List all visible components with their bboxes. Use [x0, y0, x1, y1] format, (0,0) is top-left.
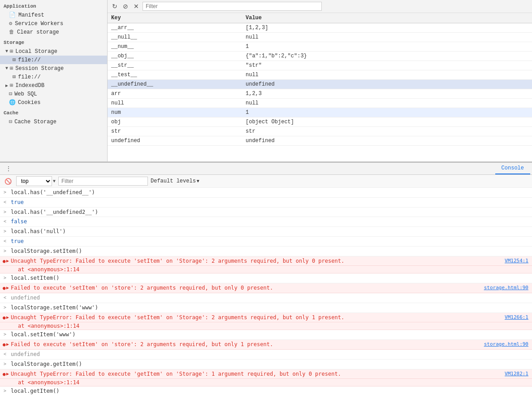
- arrow-down-icon: ▼: [5, 66, 8, 71]
- console-line-content: undefined: [11, 351, 528, 358]
- table-row[interactable]: obj[object Object]: [108, 117, 532, 127]
- table-cell-value: 1: [242, 42, 532, 52]
- table-row[interactable]: __test__null: [108, 70, 532, 80]
- console-line: >localStorage.getItem(): [0, 360, 532, 369]
- error-source-link[interactable]: VM1266:1: [505, 314, 528, 321]
- clear-console-button[interactable]: 🚫: [3, 177, 13, 186]
- output-arrow-icon: <: [4, 295, 6, 301]
- output-arrow-icon: <: [4, 199, 6, 205]
- grid-icon-sm2: ⊞: [13, 74, 16, 80]
- sidebar-session-storage-file[interactable]: ⊞ file://: [0, 73, 107, 81]
- error-stack-line: at <anonymous>:1:14: [0, 266, 532, 273]
- table-row[interactable]: __num__1: [108, 42, 532, 52]
- table-row[interactable]: __null__null: [108, 33, 532, 42]
- table-row[interactable]: nullnull: [108, 99, 532, 108]
- sidebar-local-storage[interactable]: ▼ ⊞ Local Storage: [0, 47, 107, 56]
- error-source-link[interactable]: VM1254:1: [505, 257, 528, 264]
- error-message: Failed to execute 'setItem' on 'store': …: [11, 284, 484, 292]
- console-line: >local.has('null'): [0, 227, 532, 237]
- input-arrow-icon: >: [4, 361, 6, 367]
- sidebar-websql[interactable]: ⊟ Web SQL: [0, 90, 107, 98]
- console-menu-icon[interactable]: ⋮: [2, 163, 15, 174]
- sidebar-cache-storage[interactable]: ⊟ Cache Storage: [0, 117, 107, 126]
- error-icon: ●: [3, 371, 6, 378]
- filter-input[interactable]: [143, 2, 322, 11]
- table-row[interactable]: __str__"str": [108, 61, 532, 70]
- console-line-content: local.setItem('www'): [11, 331, 528, 339]
- table-cell-value: undefined: [242, 136, 532, 146]
- table-row[interactable]: arr1,2,3: [108, 89, 532, 99]
- table-row[interactable]: __undefined__undefined: [108, 80, 532, 89]
- table-cell-key: __arr__: [108, 23, 242, 33]
- sidebar-indexeddb[interactable]: ▶ ⊞ IndexedDB: [0, 81, 107, 90]
- sidebar-local-storage-file[interactable]: ⊞ file://: [0, 56, 107, 64]
- sidebar-cookies[interactable]: 🌐 Cookies: [0, 98, 107, 107]
- console-toolbar: 🚫 top ▼ Default levels ▼: [0, 175, 532, 188]
- sidebar-item-manifest[interactable]: 📄 Manifest: [0, 11, 107, 19]
- input-arrow-icon: >: [4, 275, 6, 281]
- table-cell-value: 1: [242, 108, 532, 117]
- table-row[interactable]: strstr: [108, 127, 532, 136]
- levels-control: Default levels ▼: [151, 178, 199, 184]
- expand-error-icon[interactable]: ▶: [6, 285, 9, 291]
- col-header-key: Key: [108, 13, 242, 23]
- col-header-value: Value: [242, 13, 532, 23]
- table-cell-key: __obj__: [108, 52, 242, 61]
- output-arrow-icon: <: [4, 351, 6, 357]
- error-icon: ●: [3, 285, 6, 291]
- console-line: >localStorage.setItem(): [0, 247, 532, 256]
- table-row[interactable]: num1: [108, 108, 532, 117]
- table-cell-value: null: [242, 99, 532, 108]
- error-source-link[interactable]: VM1282:1: [505, 370, 528, 377]
- table-cell-key: arr: [108, 89, 242, 99]
- sidebar: Application 📄 Manifest ⚙ Service Workers…: [0, 0, 108, 161]
- error-source-link[interactable]: storage.html:90: [484, 284, 528, 291]
- sidebar-item-service-workers[interactable]: ⚙ Service Workers: [0, 19, 107, 28]
- expand-error-icon[interactable]: ▶: [6, 258, 9, 264]
- error-source-link[interactable]: storage.html:90: [484, 341, 528, 347]
- console-line: >local.setItem(): [0, 273, 532, 283]
- console-line: <undefined: [0, 350, 532, 360]
- table-row[interactable]: __obj__{"a":1,"b":2,"c":3}: [108, 52, 532, 61]
- console-line-content: local.has('__undefined2__'): [11, 208, 528, 216]
- refresh-button[interactable]: ↻: [110, 2, 119, 11]
- sidebar-item-clear-storage[interactable]: 🗑 Clear storage: [0, 28, 107, 36]
- app-section-header: Application: [0, 2, 107, 11]
- clear-button[interactable]: ✕: [132, 2, 141, 11]
- top-panel: Application 📄 Manifest ⚙ Service Workers…: [0, 0, 532, 162]
- cancel-button[interactable]: ⊘: [121, 2, 130, 11]
- grid-icon-sm: ⊞: [13, 56, 16, 63]
- console-line-content: true: [11, 199, 528, 206]
- main-storage-panel: ↻ ⊘ ✕ Key Value __arr__[1,2,3]__null__nu…: [108, 0, 532, 161]
- console-panel: ⋮ Console 🚫 top ▼ Default levels ▼ >loca…: [0, 162, 532, 395]
- input-arrow-icon: >: [4, 304, 6, 311]
- error-message: Failed to execute 'setItem' on 'store': …: [11, 341, 484, 348]
- arrow-down-icon: ▼: [5, 49, 8, 54]
- console-line-content: local.setItem(): [11, 274, 528, 282]
- console-tabs-bar: ⋮ Console: [0, 163, 532, 175]
- error-icon: ●: [3, 258, 6, 265]
- console-line: <undefined: [0, 293, 532, 303]
- tab-console[interactable]: Console: [495, 163, 530, 174]
- table-cell-key: __test__: [108, 70, 242, 80]
- table-cell-value: [object Object]: [242, 117, 532, 127]
- console-line: ●▶Uncaught TypeError: Failed to execute …: [0, 313, 532, 323]
- input-arrow-icon: >: [4, 189, 6, 195]
- console-filter-input[interactable]: [58, 177, 148, 186]
- console-line-content: localStorage.setItem(): [11, 247, 528, 255]
- table-cell-key: __str__: [108, 61, 242, 70]
- table-cell-value: null: [242, 70, 532, 80]
- console-line-content: false: [11, 218, 528, 226]
- cache-icon: ⊟: [9, 118, 12, 125]
- expand-error-icon[interactable]: ▶: [6, 341, 9, 347]
- table-row[interactable]: __arr__[1,2,3]: [108, 23, 532, 33]
- table-row[interactable]: undefinedundefined: [108, 136, 532, 146]
- table-cell-value: undefined: [242, 80, 532, 89]
- arrow-right-icon: ▶: [5, 83, 8, 88]
- grid-icon2: ⊞: [10, 65, 13, 72]
- data-table: Key Value __arr__[1,2,3]__null__null__nu…: [108, 13, 532, 146]
- expand-error-icon[interactable]: ▶: [6, 314, 9, 321]
- context-select[interactable]: top: [16, 176, 52, 186]
- sidebar-session-storage[interactable]: ▼ ⊞ Session Storage: [0, 64, 107, 73]
- expand-error-icon[interactable]: ▶: [6, 371, 9, 377]
